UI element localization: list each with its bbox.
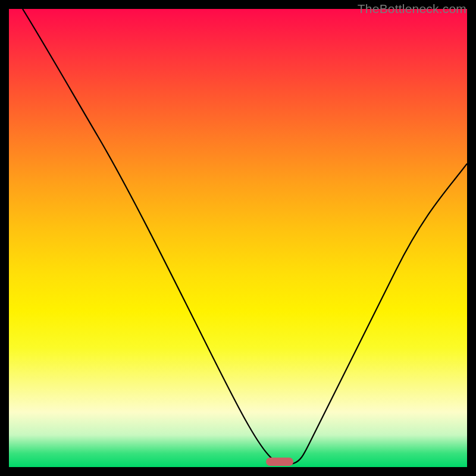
watermark-text: TheBottleneck.com — [358, 2, 466, 16]
chart-minimum-marker — [266, 458, 293, 466]
chart-main-curve — [23, 9, 467, 464]
chart-line-svg — [9, 9, 467, 467]
chart-plot-area — [9, 9, 467, 467]
